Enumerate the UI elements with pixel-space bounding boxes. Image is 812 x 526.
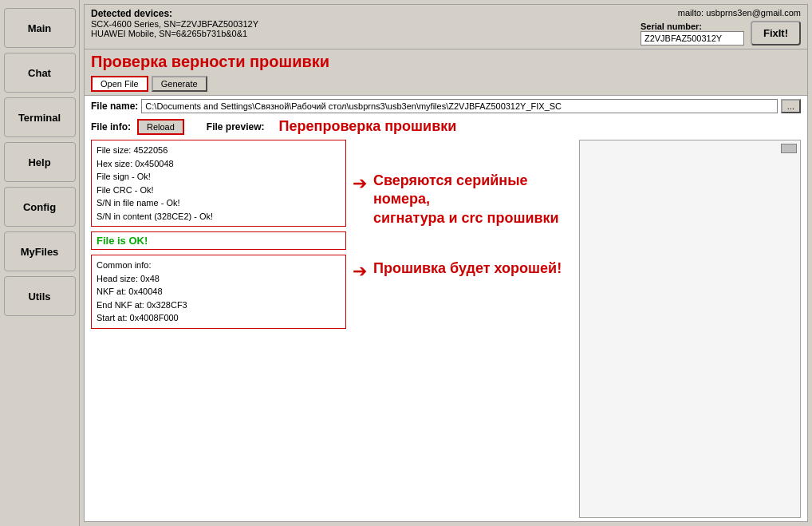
common-info-box: Common info: Head size: 0x48 NKF at: 0x4…: [91, 255, 346, 329]
top-bar: Detected devices: SCX-4600 Series, SN=Z2…: [85, 5, 807, 49]
sidebar-label-config: Config: [23, 201, 56, 213]
toolbar: Open File Generate: [85, 73, 807, 96]
sidebar-item-terminal[interactable]: Terminal: [4, 97, 76, 137]
browse-button[interactable]: ...: [781, 99, 801, 113]
device-item-2: HUAWEI Mobile, SN=6&265b731b&0&1: [91, 29, 641, 38]
panels-area: File size: 4522056 Hex size: 0x450048 Fi…: [85, 136, 807, 521]
sidebar-item-chat[interactable]: Chat: [4, 53, 76, 93]
sidebar-item-config[interactable]: Config: [4, 187, 76, 227]
annotation-good-text: Прошивка будет хорошей!: [373, 259, 562, 278]
annotation-block-verify: ➔ Сверяются серийные номера, сигнатура и…: [353, 172, 573, 227]
file-ok-text: File is OK!: [97, 235, 148, 247]
sidebar-item-help[interactable]: Help: [4, 142, 76, 182]
common-info-content: Common info: Head size: 0x48 NKF at: 0x4…: [97, 259, 341, 325]
sidebar-label-myfiles: MyFiles: [21, 246, 59, 258]
main-content: Detected devices: SCX-4600 Series, SN=Z2…: [84, 4, 808, 522]
annotation-block-good: ➔ Прошивка будет хорошей!: [353, 259, 573, 282]
detected-devices-title: Detected devices:: [91, 8, 641, 19]
file-preview-panel: [579, 140, 801, 518]
serial-row: Serial number: FixIt!: [641, 21, 801, 45]
sidebar-label-chat: Chat: [28, 67, 51, 79]
serial-input[interactable]: [641, 31, 744, 45]
content-area: File name: ... File info: Reload File pr…: [85, 96, 807, 521]
sidebar-item-main[interactable]: Main: [4, 8, 76, 48]
arrow-verify-icon: ➔: [353, 173, 367, 194]
file-ok-box: File is OK!: [91, 231, 346, 250]
file-name-input[interactable]: [141, 99, 777, 113]
device-item-1: SCX-4600 Series, SN=Z2VJBFAZ500312Y: [91, 19, 641, 29]
annotation-recheck: Перепроверка прошивки: [279, 118, 457, 135]
file-info-label: File info:: [91, 121, 131, 132]
file-info-content: File size: 4522056 Hex size: 0x450048 Fi…: [97, 144, 341, 223]
detected-devices: Detected devices: SCX-4600 Series, SN=Z2…: [91, 8, 641, 38]
serial-label: Serial number:: [641, 22, 702, 31]
arrow-good-icon: ➔: [353, 261, 367, 282]
reload-button[interactable]: Reload: [137, 119, 184, 135]
scroll-indicator: [781, 144, 797, 153]
file-preview-label: File preview:: [207, 121, 265, 132]
sidebar-label-utils: Utils: [28, 291, 50, 303]
top-right: mailto: usbprns3en@gmail.com Serial numb…: [641, 8, 801, 45]
sidebar-label-help: Help: [28, 156, 50, 168]
open-file-button[interactable]: Open File: [91, 76, 148, 92]
file-info-row: File info: Reload File preview: Перепров…: [85, 117, 807, 136]
file-info-box: File size: 4522056 Hex size: 0x450048 Fi…: [91, 140, 346, 227]
sidebar-item-myfiles[interactable]: MyFiles: [4, 231, 76, 271]
file-name-row: File name: ...: [85, 96, 807, 117]
sidebar-item-utils[interactable]: Utils: [4, 276, 76, 316]
page-title-area: Проверка верности прошивки: [85, 49, 807, 73]
sidebar-label-main: Main: [28, 22, 52, 34]
file-name-label: File name:: [91, 101, 138, 112]
page-title: Проверка верности прошивки: [91, 53, 329, 70]
email-text: mailto: usbprns3en@gmail.com: [678, 8, 801, 18]
sidebar-label-terminal: Terminal: [18, 112, 61, 124]
sidebar: Main Chat Terminal Help Config MyFiles U…: [0, 0, 80, 526]
generate-button[interactable]: Generate: [152, 76, 207, 92]
left-panel: File size: 4522056 Hex size: 0x450048 Fi…: [91, 140, 346, 518]
annotation-area: ➔ Сверяются серийные номера, сигнатура и…: [353, 140, 573, 518]
annotation-verify-text: Сверяются серийные номера, сигнатура и c…: [373, 172, 573, 227]
fixit-button[interactable]: FixIt!: [751, 21, 801, 45]
